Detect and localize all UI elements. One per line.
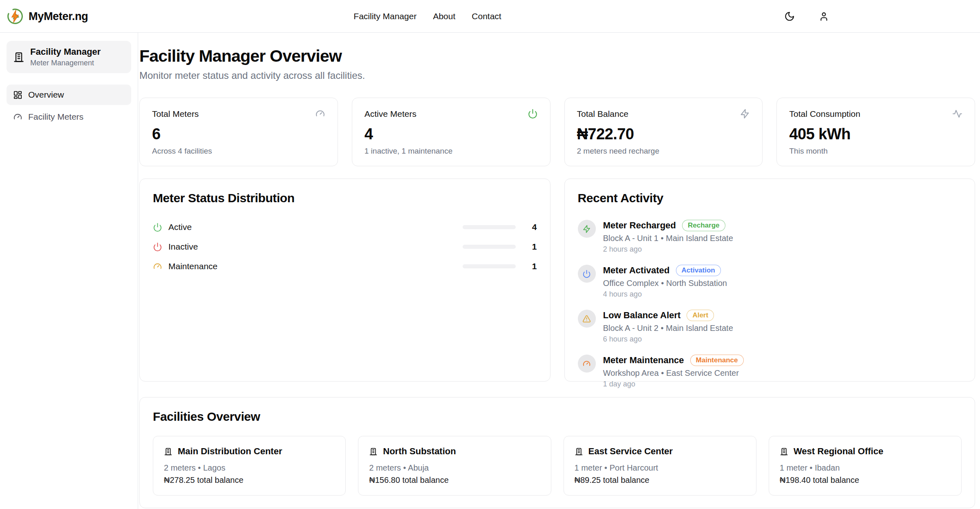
status-value: 1 bbox=[525, 261, 537, 271]
nav-link-contact[interactable]: Contact bbox=[472, 11, 501, 21]
stat-value: 4 bbox=[365, 125, 538, 143]
nav-actions bbox=[781, 0, 832, 33]
sidebar-item-overview[interactable]: Overview bbox=[7, 85, 131, 105]
dark-mode-toggle[interactable] bbox=[781, 8, 798, 25]
activity-item-low-balance: Low Balance Alert Alert Block A - Unit 2… bbox=[578, 310, 962, 344]
user-icon bbox=[819, 11, 829, 22]
facility-grid: Main Distribution Center 2 meters • Lago… bbox=[153, 436, 962, 496]
gauge-icon bbox=[153, 262, 162, 271]
activity-location: Block A - Unit 2 • Main Island Estate bbox=[603, 324, 733, 333]
status-list: Active 4 Inactive 1 bbox=[153, 222, 537, 271]
activity-list: Meter Recharged Recharge Block A - Unit … bbox=[578, 220, 962, 388]
building-icon bbox=[164, 447, 172, 456]
activity-location: Workshop Area • East Service Center bbox=[603, 368, 744, 378]
stat-label: Total Balance bbox=[577, 109, 629, 119]
activity-title: Meter Activated bbox=[603, 265, 670, 276]
sidebar: Facility Manager Meter Management Overvi… bbox=[0, 33, 138, 509]
stat-label: Active Meters bbox=[365, 109, 416, 119]
power-icon bbox=[153, 242, 162, 252]
status-label: Inactive bbox=[168, 242, 198, 252]
nav-links: Facility Manager About Contact bbox=[354, 0, 501, 33]
activity-time: 6 hours ago bbox=[603, 335, 733, 344]
meter-status-panel: Meter Status Distribution Active 4 bbox=[139, 179, 550, 382]
user-menu-button[interactable] bbox=[816, 8, 832, 25]
nav-link-about[interactable]: About bbox=[433, 11, 455, 21]
building-icon bbox=[369, 447, 378, 456]
facility-meta: 2 meters • Lagos bbox=[164, 463, 335, 473]
status-bar bbox=[463, 245, 516, 249]
sidebar-item-label: Facility Meters bbox=[28, 112, 83, 122]
brand-name: MyMeter.ng bbox=[29, 10, 88, 23]
stat-value: 6 bbox=[152, 125, 325, 143]
sidebar-role-card: Facility Manager Meter Management bbox=[7, 41, 131, 73]
page-subtitle: Monitor meter status and activity across… bbox=[139, 70, 975, 81]
sidebar-role-subtitle: Meter Management bbox=[30, 59, 101, 67]
facilities-panel: Facilities Overview Main Distribution Ce… bbox=[139, 397, 975, 508]
facility-balance: ₦198.40 total balance bbox=[780, 476, 951, 485]
meter-status-title: Meter Status Distribution bbox=[153, 191, 537, 205]
activity-time: 4 hours ago bbox=[603, 290, 727, 299]
stat-value: ₦722.70 bbox=[577, 125, 750, 143]
status-label: Active bbox=[168, 222, 192, 232]
facility-balance: ₦89.25 total balance bbox=[575, 476, 745, 485]
sidebar-role-title: Facility Manager bbox=[30, 47, 101, 57]
status-row-maintenance: Maintenance 1 bbox=[153, 261, 537, 271]
page-title: Facility Manager Overview bbox=[139, 47, 975, 66]
status-label: Maintenance bbox=[168, 261, 217, 271]
main-content: Facility Manager Overview Monitor meter … bbox=[138, 33, 980, 509]
activity-title: Meter Maintenance bbox=[603, 355, 684, 366]
power-icon bbox=[153, 223, 162, 232]
stat-label: Total Meters bbox=[152, 109, 199, 119]
activity-badge: Maintenance bbox=[690, 355, 744, 366]
status-bar bbox=[463, 225, 516, 229]
facility-name: Main Distribution Center bbox=[178, 446, 282, 457]
activity-badge: Activation bbox=[676, 265, 721, 276]
status-value: 4 bbox=[525, 222, 537, 232]
stats-row: Total Meters 6 Across 4 facilities Activ… bbox=[139, 98, 975, 166]
activity-item-recharged: Meter Recharged Recharge Block A - Unit … bbox=[578, 220, 962, 254]
sidebar-item-facility-meters[interactable]: Facility Meters bbox=[7, 107, 131, 127]
building-icon bbox=[780, 447, 788, 456]
status-row-inactive: Inactive 1 bbox=[153, 242, 537, 252]
gauge-icon bbox=[13, 112, 22, 122]
power-icon bbox=[582, 270, 591, 278]
activity-location: Block A - Unit 1 • Main Island Estate bbox=[603, 234, 733, 243]
facility-balance: ₦278.25 total balance bbox=[164, 476, 335, 485]
stat-card-total-consumption: Total Consumption 405 kWh This month bbox=[776, 98, 975, 166]
facility-meta: 1 meter • Port Harcourt bbox=[575, 463, 745, 473]
gauge-icon bbox=[582, 359, 591, 368]
facility-meta: 1 meter • Ibadan bbox=[780, 463, 951, 473]
activity-icon-wrap bbox=[578, 265, 596, 283]
stat-sub: This month bbox=[789, 147, 962, 156]
status-row-active: Active 4 bbox=[153, 222, 537, 232]
nav-link-facility-manager[interactable]: Facility Manager bbox=[354, 11, 416, 21]
activity-title: Low Balance Alert bbox=[603, 310, 681, 321]
facility-card-east-service: East Service Center 1 meter • Port Harco… bbox=[564, 436, 756, 496]
activity-time: 2 hours ago bbox=[603, 245, 733, 254]
activity-badge: Recharge bbox=[682, 220, 725, 231]
building-icon bbox=[575, 447, 583, 456]
activity-item-activated: Meter Activated Activation Office Comple… bbox=[578, 265, 962, 299]
top-nav: MyMeter.ng Facility Manager About Contac… bbox=[0, 0, 980, 33]
activity-icon-wrap bbox=[578, 355, 596, 373]
zap-icon bbox=[582, 225, 591, 233]
facility-balance: ₦156.80 total balance bbox=[369, 476, 540, 485]
sidebar-item-label: Overview bbox=[28, 90, 64, 100]
status-bar bbox=[463, 264, 516, 268]
building-icon bbox=[13, 51, 25, 63]
activity-time: 1 day ago bbox=[603, 380, 744, 388]
facility-name: East Service Center bbox=[588, 446, 673, 457]
zap-icon bbox=[740, 109, 750, 119]
stat-card-total-balance: Total Balance ₦722.70 2 meters need rech… bbox=[564, 98, 763, 166]
stat-card-active-meters: Active Meters 4 1 inactive, 1 maintenanc… bbox=[352, 98, 550, 166]
facility-name: West Regional Office bbox=[794, 446, 884, 457]
recent-activity-title: Recent Activity bbox=[578, 191, 962, 205]
power-icon bbox=[528, 109, 538, 119]
facility-card-north-substation: North Substation 2 meters • Abuja ₦156.8… bbox=[358, 436, 551, 496]
facility-card-main-distribution: Main Distribution Center 2 meters • Lago… bbox=[153, 436, 346, 496]
activity-badge: Alert bbox=[687, 310, 714, 321]
activity-icon-wrap bbox=[578, 220, 596, 238]
facility-meta: 2 meters • Abuja bbox=[369, 463, 540, 473]
brand[interactable]: MyMeter.ng bbox=[7, 0, 88, 33]
alert-triangle-icon bbox=[582, 315, 591, 323]
